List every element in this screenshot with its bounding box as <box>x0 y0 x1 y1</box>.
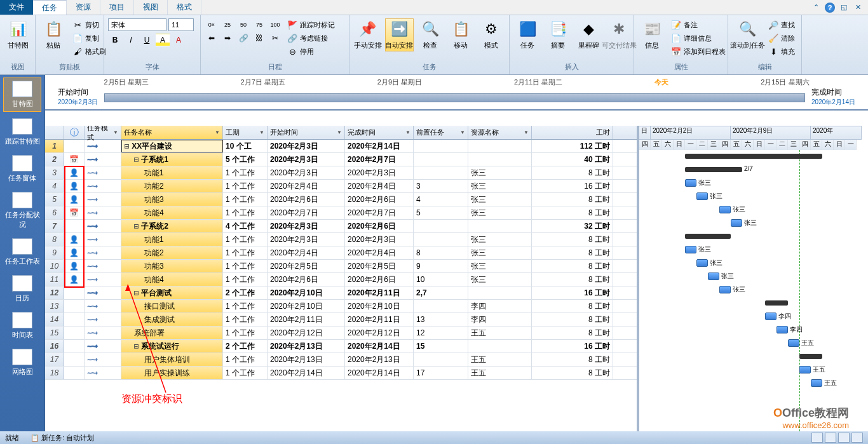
notes-button[interactable]: 📝备注 <box>668 18 728 31</box>
view-network[interactable]: 网络图 <box>3 346 41 379</box>
view-btn-1[interactable] <box>811 433 823 443</box>
tab-resource[interactable]: 资源 <box>67 0 100 15</box>
table-row[interactable]: 6📅⟿功能41 个工作2020年2月7日2020年2月7日5张三8 工时 <box>45 206 637 220</box>
table-row[interactable]: 2📅⟿⊟子系统15 个工作2020年2月3日2020年2月7日40 工时 <box>45 153 637 166</box>
track-mark-button[interactable]: 🚩跟踪时标记 <box>285 18 337 31</box>
table-row[interactable]: 1⟿⊟XX平台建设10 个工2020年2月3日2020年2月14日112 工时 <box>45 140 637 153</box>
underline-button[interactable]: U <box>140 34 154 46</box>
table-row[interactable]: 17⟿用户集体培训1 个工作2020年2月13日2020年2月13日王五8 工时 <box>45 353 637 367</box>
pct75-button[interactable]: 75 <box>252 18 266 31</box>
brush-icon: 🖌 <box>72 46 83 57</box>
add-timeline-button[interactable]: 📅添加到日程表 <box>668 45 728 58</box>
deactivate-button[interactable]: ⊖停用 <box>285 45 337 58</box>
view-tracking-gantt[interactable]: 跟踪甘特图 <box>3 116 41 149</box>
info-button[interactable]: 📰信息 <box>638 18 666 51</box>
format-painter-button[interactable]: 🖌格式刷 <box>70 45 109 58</box>
table-row[interactable]: 8👤⟿功能11 个工作2020年2月3日2020年2月3日张三8 工时 <box>45 233 637 246</box>
table-row[interactable]: 16⟿⊟系统试运行2 个工作2020年2月13日2020年2月14日1516 工… <box>45 340 637 353</box>
pct25-button[interactable]: 25 <box>220 18 234 31</box>
col-mode[interactable]: 任务模式▼ <box>85 126 121 139</box>
clear-button[interactable]: 🧹清除 <box>766 32 797 44</box>
col-resource[interactable]: 资源名称▼ <box>468 126 532 139</box>
close-icon[interactable]: ✕ <box>853 3 863 13</box>
view-calendar[interactable]: 日历 <box>3 272 41 306</box>
pct0-button[interactable]: 0× <box>205 18 219 31</box>
calendar-icon <box>12 275 32 292</box>
fill-color-button[interactable]: A <box>156 34 170 46</box>
table-row[interactable]: 5👤⟿功能31 个工作2020年2月6日2020年2月6日4张三8 工时 <box>45 193 637 206</box>
table-row[interactable]: 18⟿用户实操训练1 个工作2020年2月14日2020年2月14日17王五8 … <box>45 367 637 380</box>
table-row[interactable]: 10👤⟿功能31 个工作2020年2月5日2020年2月5日9张三8 工时 <box>45 260 637 273</box>
view-task-sheet[interactable]: 任务工作表 <box>3 236 41 269</box>
font-name-combo[interactable]: 宋体 <box>108 18 166 31</box>
milestone-icon: ◆ <box>578 20 599 39</box>
find-icon: 🔎 <box>768 20 778 30</box>
tab-format[interactable]: 格式 <box>168 0 201 15</box>
unlink-button[interactable]: ⛓ <box>252 32 266 44</box>
pct100-button[interactable]: 100 <box>268 18 282 31</box>
table-row[interactable]: 13⟿接口测试1 个工作2020年2月10日2020年2月10日李四8 工时 <box>45 300 637 313</box>
insert-milestone-button[interactable]: ◆里程碑 <box>574 18 602 51</box>
font-size-combo[interactable]: 11 <box>168 18 194 31</box>
link-button[interactable]: 🔗 <box>236 32 250 44</box>
view-btn-4[interactable] <box>851 433 863 443</box>
insert-deliverable-button[interactable]: ✱可交付结果 <box>605 18 633 51</box>
gantt-view-button[interactable]: 📊甘特图 <box>4 18 32 51</box>
col-info[interactable]: ⓘ <box>64 126 85 139</box>
col-name[interactable]: 任务名称▼ <box>121 126 223 139</box>
indent-button[interactable]: ➡ <box>220 32 234 44</box>
help-icon[interactable]: ? <box>825 3 835 13</box>
table-row[interactable]: 9👤⟿功能21 个工作2020年2月4日2020年2月4日8张三8 工时 <box>45 246 637 260</box>
table-row[interactable]: 3👤⟿功能11 个工作2020年2月3日2020年2月3日张三8 工时 <box>45 166 637 180</box>
italic-button[interactable]: I <box>124 34 138 46</box>
scroll-to-task-button[interactable]: 🔍滚动到任务 <box>732 18 763 51</box>
insert-task-button[interactable]: 🟦任务 <box>513 18 541 51</box>
inspect-button[interactable]: 🔍检查 <box>416 18 444 51</box>
view-task-usage[interactable]: 任务分配状况 <box>3 189 41 232</box>
view-btn-2[interactable] <box>825 433 836 443</box>
table-row[interactable]: 12⟿⊟平台测试2 个工作2020年2月10日2020年2月11日2,716 工… <box>45 286 637 300</box>
view-timeline[interactable]: 时间表 <box>3 309 41 342</box>
timeline-bar[interactable] <box>104 93 805 102</box>
gantt-chart[interactable]: 日 2020年2月2日 2020年2月9日 2020年 四五六日一二三四五六日一… <box>639 126 868 431</box>
find-button[interactable]: 🔎查找 <box>766 18 797 31</box>
mode-button[interactable]: ⚙模式 <box>477 18 505 51</box>
move-button[interactable]: 📋移动 <box>447 18 475 51</box>
tab-project[interactable]: 项目 <box>100 0 134 15</box>
fill-button[interactable]: ⬇填充 <box>766 45 797 58</box>
pct50-button[interactable]: 50 <box>236 18 250 31</box>
tab-file[interactable]: 文件 <box>0 0 33 15</box>
manual-schedule-button[interactable]: 📌手动安排 <box>353 18 383 51</box>
details-button[interactable]: 📄详细信息 <box>668 32 728 44</box>
clear-icon: 🧹 <box>768 33 778 43</box>
bold-button[interactable]: B <box>108 34 122 46</box>
table-row[interactable]: 11👤⟿功能41 个工作2020年2月6日2020年2月6日10张三8 工时 <box>45 273 637 286</box>
view-gantt[interactable]: 甘特图 <box>3 77 41 112</box>
outdent-button[interactable]: ⬅ <box>205 32 219 44</box>
paste-button[interactable]: 📋粘贴 <box>39 18 67 51</box>
col-start[interactable]: 开始时间▼ <box>268 126 345 139</box>
split-button[interactable]: ✂ <box>268 32 282 44</box>
col-pred[interactable]: 前置任务▼ <box>414 126 468 139</box>
auto-schedule-button[interactable]: ➡️自动安排 <box>385 18 414 51</box>
col-duration[interactable]: 工期▼ <box>223 126 268 139</box>
font-color-button[interactable]: A <box>172 34 186 46</box>
table-row[interactable]: 14⟿集成测试1 个工作2020年2月11日2020年2月11日13李四8 工时 <box>45 313 637 326</box>
cut-button[interactable]: ✂剪切 <box>70 18 109 31</box>
col-rownum[interactable] <box>45 126 64 139</box>
respect-links-button[interactable]: 🔗考虑链接 <box>285 32 337 44</box>
tab-view[interactable]: 视图 <box>134 0 168 15</box>
view-btn-3[interactable] <box>838 433 850 443</box>
copy-button[interactable]: 📄复制 <box>70 32 109 44</box>
col-end[interactable]: 完成时间▼ <box>345 126 414 139</box>
minimize-ribbon-icon[interactable]: ⌃ <box>811 3 821 13</box>
table-row[interactable]: 7⟿⊟子系统24 个工作2020年2月3日2020年2月6日32 工时 <box>45 220 637 233</box>
view-task-form[interactable]: 任务窗体 <box>3 152 41 185</box>
tab-task[interactable]: 任务 <box>33 0 67 15</box>
restore-icon[interactable]: ◱ <box>839 3 849 13</box>
table-row[interactable]: 15⟿系统部署1 个工作2020年2月12日2020年2月12日12王五8 工时 <box>45 326 637 340</box>
table-row[interactable]: 4👤⟿功能21 个工作2020年2月4日2020年2月4日3张三16 工时 <box>45 180 637 193</box>
col-work[interactable]: 工时 <box>532 126 613 139</box>
annotation-text: 资源冲突标识 <box>121 393 182 406</box>
insert-summary-button[interactable]: 📑摘要 <box>544 18 572 51</box>
